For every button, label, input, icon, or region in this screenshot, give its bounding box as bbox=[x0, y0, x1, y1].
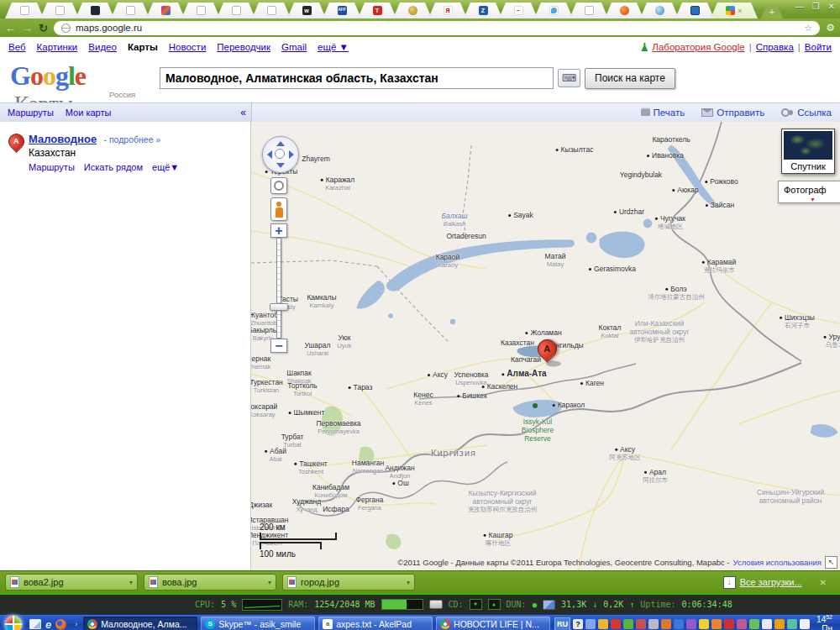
collapse-sidebar-button[interactable]: « bbox=[240, 107, 246, 118]
maximize-icon[interactable]: ❒ bbox=[812, 2, 820, 11]
all-downloads-link[interactable]: Все загрузки... bbox=[740, 577, 802, 587]
browser-tab[interactable]: AFP bbox=[323, 3, 361, 18]
taskbar-clock[interactable]: 1452 Пн bbox=[816, 614, 835, 630]
quick-launch-chevron[interactable]: › bbox=[75, 620, 77, 628]
help-link[interactable]: Справка bbox=[756, 42, 794, 52]
close-downloads-icon[interactable]: ✕ bbox=[820, 578, 827, 587]
language-indicator[interactable]: RU bbox=[554, 617, 570, 630]
chart-icon[interactable] bbox=[648, 619, 659, 629]
browser-tab[interactable]: w bbox=[287, 3, 326, 18]
pan-right-icon[interactable] bbox=[289, 150, 294, 159]
task-button[interactable]: НОВОСТИ LIFE | N... bbox=[436, 617, 550, 630]
vpn-icon[interactable] bbox=[661, 619, 671, 629]
cursor-icon[interactable] bbox=[800, 619, 810, 629]
browser-tab[interactable] bbox=[181, 3, 220, 18]
result-action-link[interactable]: ещё▼ bbox=[152, 162, 179, 172]
address-bar[interactable]: maps.google.ru ☆ bbox=[54, 21, 820, 35]
bookmark-star-icon[interactable]: ☆ bbox=[804, 23, 812, 34]
firefox-icon[interactable] bbox=[55, 619, 66, 630]
street-view-pegman[interactable] bbox=[270, 197, 287, 221]
result-action-link[interactable]: Искать рядом bbox=[84, 162, 143, 172]
google-service-link[interactable]: Переводчик bbox=[217, 42, 270, 52]
google-service-link[interactable]: Картинки bbox=[37, 42, 78, 52]
task-button[interactable]: a axpes.txt - AkelPad bbox=[318, 617, 433, 630]
close-icon[interactable]: ✕ bbox=[828, 2, 835, 11]
pan-control[interactable] bbox=[262, 136, 299, 173]
new-tab-button[interactable]: + bbox=[761, 6, 783, 18]
download-item[interactable]: вова.jpg ▾ bbox=[144, 574, 276, 591]
result-title-link[interactable]: Маловодное bbox=[29, 133, 97, 145]
labs-link[interactable]: Лаборатория Google bbox=[652, 42, 744, 52]
alert-icon[interactable] bbox=[724, 619, 734, 629]
zoom-out-button[interactable]: − bbox=[270, 339, 287, 353]
download-menu-icon[interactable]: ▾ bbox=[407, 579, 410, 586]
map-canvas[interactable]: ZhayremТеректыКаражалKarazhalКызылтасКар… bbox=[251, 122, 840, 570]
download-item[interactable]: город.jpg ▾ bbox=[282, 574, 415, 591]
browser-tab[interactable] bbox=[111, 3, 150, 18]
security-shield-icon[interactable] bbox=[598, 619, 608, 629]
google-service-link[interactable]: Новости bbox=[169, 42, 207, 52]
photos-button[interactable]: Фотограф ▼ bbox=[778, 181, 840, 203]
google-service-link[interactable]: Видео bbox=[88, 42, 117, 52]
wrench-menu-icon[interactable]: ⚙ bbox=[826, 22, 835, 34]
browser-tab[interactable] bbox=[5, 3, 44, 18]
monitor-icon[interactable] bbox=[674, 619, 684, 629]
energy-icon[interactable] bbox=[699, 619, 709, 629]
forward-icon[interactable]: → bbox=[22, 23, 33, 34]
browser-tab[interactable]: Я bbox=[428, 3, 467, 18]
show-desktop-icon[interactable] bbox=[29, 619, 41, 629]
volume-red-icon[interactable] bbox=[636, 619, 646, 629]
tab-close-icon[interactable]: × bbox=[738, 7, 742, 15]
antivirus-icon[interactable] bbox=[623, 619, 633, 629]
pan-down-icon[interactable] bbox=[276, 163, 285, 168]
sync-icon[interactable] bbox=[787, 619, 797, 629]
start-button[interactable] bbox=[4, 615, 23, 630]
corner-arrow-icon[interactable]: ↖ bbox=[825, 556, 837, 569]
task-button[interactable]: S Skype™ - asik_smile bbox=[201, 617, 315, 630]
download-menu-icon[interactable]: ▾ bbox=[268, 579, 271, 586]
browser-tab[interactable] bbox=[252, 3, 291, 18]
browser-tab[interactable] bbox=[570, 3, 608, 18]
network-icon[interactable] bbox=[585, 619, 596, 629]
sidebar-tab[interactable]: Маршруты bbox=[8, 108, 54, 118]
virtual-keyboard-button[interactable]: ⌨ bbox=[558, 69, 580, 87]
map-action[interactable]: Печать bbox=[641, 108, 685, 118]
pan-left-icon[interactable] bbox=[267, 150, 272, 159]
minimize-icon[interactable]: — bbox=[795, 2, 804, 11]
browser-tab[interactable] bbox=[605, 3, 643, 18]
browser-tab[interactable] bbox=[675, 3, 714, 18]
terms-link[interactable]: Условия использования bbox=[733, 558, 822, 567]
reload-icon[interactable]: ↻ bbox=[39, 23, 48, 34]
cd-load-icon[interactable]: ▲ bbox=[488, 599, 501, 610]
zoom-slider-handle[interactable] bbox=[270, 303, 288, 311]
pan-center-icon[interactable] bbox=[275, 149, 285, 159]
browser-tab[interactable]: ~ bbox=[499, 3, 538, 18]
browser-tab[interactable] bbox=[217, 3, 255, 18]
browser-tab[interactable] bbox=[146, 3, 185, 18]
browser-tab[interactable] bbox=[393, 3, 432, 18]
browser-tab[interactable]: Z bbox=[464, 3, 502, 18]
back-icon[interactable]: ← bbox=[5, 23, 16, 34]
document-icon[interactable] bbox=[749, 619, 759, 629]
google-service-link[interactable]: Карты bbox=[128, 42, 158, 52]
google-service-link[interactable]: ещё ▼ bbox=[318, 42, 349, 52]
search-input[interactable] bbox=[160, 67, 554, 89]
blocked-icon[interactable] bbox=[611, 619, 621, 629]
lightning-icon[interactable] bbox=[711, 619, 722, 629]
volume-icon[interactable] bbox=[762, 619, 772, 629]
browser-tab[interactable] bbox=[76, 3, 114, 18]
book-icon[interactable] bbox=[774, 619, 785, 629]
browser-tab[interactable] bbox=[640, 3, 679, 18]
google-service-link[interactable]: Веб bbox=[8, 42, 26, 52]
sidebar-tab[interactable]: Мои карты bbox=[66, 108, 112, 118]
map-action[interactable]: Ссылка bbox=[781, 108, 832, 118]
messenger-icon[interactable] bbox=[737, 619, 747, 629]
help-tray-icon[interactable]: ? bbox=[573, 619, 583, 629]
satellite-button[interactable]: Спутник bbox=[781, 129, 835, 174]
map-action[interactable]: Отправить bbox=[701, 108, 764, 118]
download-item[interactable]: вова2.jpg ▾ bbox=[5, 574, 138, 591]
reset-view-button[interactable] bbox=[270, 177, 287, 194]
expand-arrow-icon[interactable]: ▼ bbox=[810, 197, 816, 202]
task-button[interactable]: Маловодное, Алма... bbox=[83, 617, 197, 630]
google-service-link[interactable]: Gmail bbox=[281, 42, 307, 52]
